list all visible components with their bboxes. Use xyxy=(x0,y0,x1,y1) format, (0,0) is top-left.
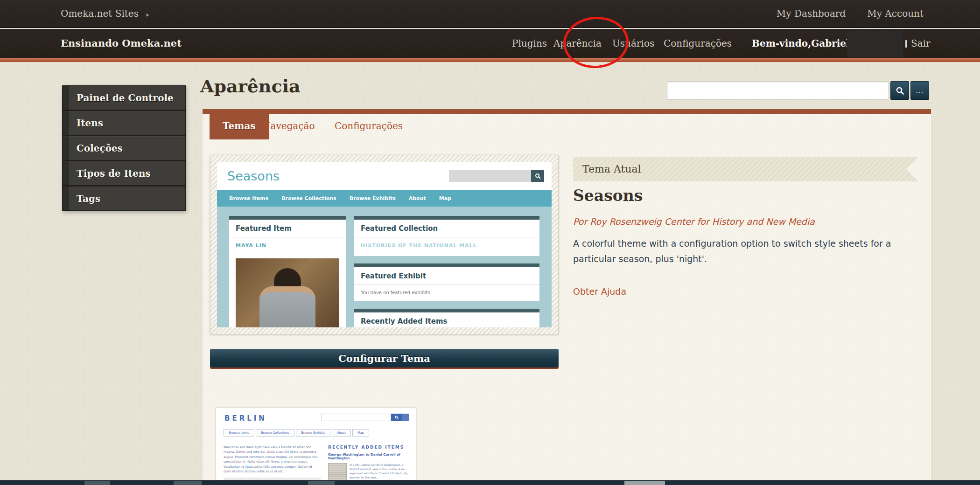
nav-configuracoes[interactable]: Configurações xyxy=(664,29,732,58)
taskbar-item[interactable] xyxy=(308,481,335,485)
sidebar: Painel de Controle Itens Coleções Tipos … xyxy=(62,85,186,211)
featured-item-photo xyxy=(236,258,339,327)
redacted-text-fragment xyxy=(905,40,907,48)
current-theme-name: Seasons xyxy=(573,187,643,205)
berlin-recent-item-link: George Washington to Daniel Carroll of D… xyxy=(328,453,411,460)
berlin-theme-preview[interactable]: BERLIN ... Browse Items Browse Collectio… xyxy=(216,407,416,480)
seasons-preview-search-button xyxy=(531,170,544,182)
featured-collection-heading: Featured Collection xyxy=(354,220,539,237)
tab-configuracoes[interactable]: Configurações xyxy=(335,112,403,139)
berlin-nav-browse-items: Browse Items xyxy=(224,429,254,436)
search-input[interactable] xyxy=(667,81,889,100)
preview-nav-browse-collections: Browse Collections xyxy=(281,195,336,201)
search-icon xyxy=(395,416,399,419)
tab-temas[interactable]: Temas xyxy=(210,112,269,139)
omeka-sites-label: Omeka.net Sites xyxy=(61,8,139,19)
sidebar-item-tipos-de-itens[interactable]: Tipos de Itens xyxy=(62,161,186,186)
nav-aparencia[interactable]: Aparência xyxy=(553,29,602,58)
berlin-preview-search-button xyxy=(391,414,402,421)
welcome-user-label: Bem-vindo,Gabriel xyxy=(752,29,850,58)
sidebar-item-painel-de-controle[interactable]: Painel de Controle xyxy=(62,85,186,111)
featured-exhibit-heading: Featured Exhibit xyxy=(354,267,539,285)
featured-collection-panel: Featured Collection HISTORIES OF THE NAT… xyxy=(354,216,539,256)
preview-nav-browse-items: Browse Items xyxy=(229,195,268,201)
site-title-link[interactable]: Ensinando Omeka.net xyxy=(61,29,182,58)
sidebar-item-colecoes[interactable]: Coleções xyxy=(62,136,186,161)
seasons-preview-logo: Seasons xyxy=(227,169,280,183)
search-icon xyxy=(535,173,541,179)
redaction-box xyxy=(847,29,903,57)
accent-divider xyxy=(0,58,980,62)
tab-navegacao[interactable]: Navegação xyxy=(262,112,315,139)
taskbar-item[interactable] xyxy=(624,481,665,485)
admin-search: ... xyxy=(667,81,929,100)
featured-exhibit-panel: Featured Exhibit You have no featured ex… xyxy=(354,263,539,301)
berlin-preview-logo: BERLIN xyxy=(224,414,267,423)
berlin-recent-heading: RECENTLY ADDED ITEMS xyxy=(328,445,411,450)
search-options-button[interactable]: ... xyxy=(910,81,929,100)
taskbar-item[interactable] xyxy=(174,481,202,485)
berlin-preview-search: ... xyxy=(321,414,409,421)
logout-link[interactable]: Sair xyxy=(911,29,931,58)
berlin-preview-search-input xyxy=(321,414,391,421)
featured-item-panel: Featured Item MAYA LIN xyxy=(229,216,346,327)
omeka-sites-link[interactable]: Omeka.net Sites ▸ xyxy=(61,8,149,19)
current-theme-byline: Por Roy Rosenzweig Center for History an… xyxy=(573,216,815,227)
featured-collection-link: HISTORIES OF THE NATIONAL MALL xyxy=(354,237,539,256)
featured-exhibit-empty-text: You have no featured exhibits. xyxy=(354,285,539,301)
get-help-link[interactable]: Obter Ajuda xyxy=(573,286,626,297)
page-title: Aparência xyxy=(200,76,301,97)
seasons-preview-search xyxy=(449,170,544,182)
top-admin-bar: Omeka.net Sites ▸ My Dashboard My Accoun… xyxy=(0,0,980,28)
berlin-intro-text: Maecenas sed diam eget risus varius blan… xyxy=(224,445,321,474)
seasons-preview-search-input xyxy=(449,170,531,182)
screen: Omeka.net Sites ▸ My Dashboard My Accoun… xyxy=(0,0,980,485)
berlin-preview-more-button: ... xyxy=(402,414,409,421)
main-panel: Temas Navegação Configurações Seasons xyxy=(202,109,931,480)
my-dashboard-link[interactable]: My Dashboard xyxy=(777,8,846,19)
seasons-preview-nav: Browse Items Browse Collections Browse E… xyxy=(217,190,552,207)
current-theme-description: A colorful theme with a configuration op… xyxy=(573,236,936,267)
seasons-theme-preview[interactable]: Seasons Browse Items Browse Collectio xyxy=(210,155,559,334)
nav-usuarios[interactable]: Usuários xyxy=(612,29,654,58)
current-theme-ribbon: Tema Atual xyxy=(573,157,918,181)
recent-items-heading: Recently Added Items xyxy=(354,312,539,327)
featured-item-link: MAYA LIN xyxy=(229,237,346,254)
caret-right-icon: ▸ xyxy=(146,11,149,18)
berlin-recent-item-thumbnail xyxy=(328,463,347,480)
sidebar-item-tags[interactable]: Tags xyxy=(62,186,186,211)
my-account-link[interactable]: My Account xyxy=(867,8,924,19)
preview-nav-map: Map xyxy=(439,195,451,201)
site-nav-bar: Ensinando Omeka.net Plugins Aparência Us… xyxy=(0,29,980,58)
nav-plugins[interactable]: Plugins xyxy=(512,29,547,58)
configure-theme-button[interactable]: Configurar Tema xyxy=(210,349,559,367)
berlin-nav-browse-collections: Browse Collections xyxy=(256,429,294,436)
search-button[interactable] xyxy=(890,81,909,100)
taskbar-item[interactable] xyxy=(84,481,110,485)
berlin-nav-about: About xyxy=(332,429,351,436)
search-icon xyxy=(896,86,904,95)
featured-item-heading: Featured Item xyxy=(229,220,346,237)
recent-items-panel: Recently Added Items xyxy=(354,309,539,327)
preview-nav-about: About xyxy=(409,195,426,201)
taskbar xyxy=(0,480,980,485)
preview-nav-browse-exhibits: Browse Exhibits xyxy=(350,195,396,201)
sidebar-item-itens[interactable]: Itens xyxy=(62,111,186,136)
berlin-recent-item-text: In 1791, Daniel Carroll of Duddington, a… xyxy=(350,463,411,480)
berlin-nav-map: Map xyxy=(352,429,369,436)
berlin-preview-nav: Browse Items Browse Collections Browse E… xyxy=(224,429,369,436)
berlin-nav-browse-exhibits: Browse Exhibits xyxy=(296,429,330,436)
